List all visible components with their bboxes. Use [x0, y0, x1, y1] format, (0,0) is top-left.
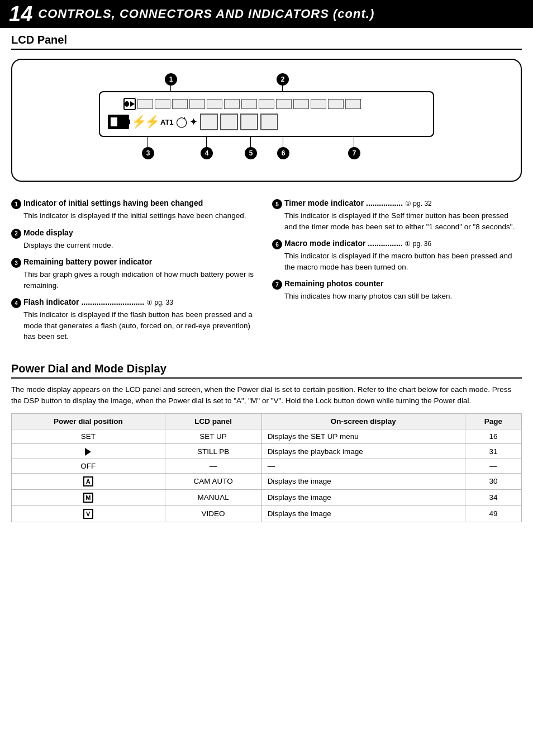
power-dial-section: Power Dial and Mode Display The mode dis… — [0, 362, 533, 522]
item-7: 7 Remaining photos counter This indicate… — [272, 279, 522, 302]
item-1: 1 Indicator of initial settings having b… — [11, 199, 261, 221]
item-2: 2 Mode display Displays the current mode… — [11, 228, 261, 251]
callout-7: 7 — [348, 147, 360, 159]
item-2-title: Mode display — [23, 228, 73, 237]
row2-screen: Displays the playback image — [261, 444, 465, 459]
table-row: V VIDEO Displays the image 49 — [12, 505, 522, 522]
table-row: OFF — — — — [12, 459, 522, 473]
table-row: A CAM AUTO Displays the image 30 — [12, 473, 522, 489]
item-3-num: 3 — [11, 258, 21, 268]
macro-icon: ✦ — [189, 117, 198, 127]
play-icon — [85, 448, 91, 456]
callout-5: 5 — [245, 147, 257, 159]
row1-lcd: SET UP — [165, 429, 261, 444]
item-4: 4 Flash indicator ......................… — [11, 297, 261, 342]
item-6: 6 Macro mode indicator ................ … — [272, 239, 522, 272]
item-5-title: Timer mode indicator ................. ①… — [284, 199, 432, 207]
col-header-dial: Power dial position — [12, 414, 165, 429]
callout-6: 6 — [277, 147, 289, 159]
power-table: Power dial position LCD panel On-screen … — [11, 413, 522, 522]
col-header-screen: On-screen display — [261, 414, 465, 429]
lcd-screen-box: ⚡⚡ AT1 ◯̇ ✦ — [99, 91, 434, 137]
col-header-page: Page — [465, 414, 521, 429]
col-header-lcd: LCD panel — [165, 414, 261, 429]
item-6-title: Macro mode indicator ................ ① … — [284, 239, 431, 248]
power-section-rule — [11, 377, 522, 379]
callout-3: 3 — [142, 147, 154, 159]
item-3-title: Remaining battery power indicator — [23, 257, 152, 266]
table-row: M MANUAL Displays the image 34 — [12, 489, 522, 505]
row1-page: 16 — [465, 429, 521, 444]
row1-dial: SET — [12, 429, 165, 444]
flash-icon: ⚡⚡ — [131, 116, 158, 128]
item-5: 5 Timer mode indicator .................… — [272, 199, 522, 232]
table-row: SET SET UP Displays the SET UP menu 16 — [12, 429, 522, 444]
row3-lcd: — — [165, 459, 261, 473]
page-number: 14 — [9, 3, 32, 25]
item-4-body: This indicator is displayed if the flash… — [23, 309, 261, 342]
at1-label: AT1 — [160, 119, 174, 126]
item-1-title: Indicator of initial settings having bee… — [23, 199, 203, 207]
row5-lcd: MANUAL — [165, 489, 261, 505]
timer-icon: ◯̇ — [176, 117, 187, 127]
power-description: The mode display appears on the LCD pane… — [11, 384, 522, 407]
item-1-body: This indicator is displayed if the initi… — [23, 210, 261, 221]
item-5-body: This indicator is displayed if the Self … — [284, 210, 522, 232]
item-2-num: 2 — [11, 229, 21, 239]
power-section-title: Power Dial and Mode Display — [11, 362, 522, 375]
row2-page: 31 — [465, 444, 521, 459]
item-1-num: 1 — [11, 199, 21, 209]
row1-screen: Displays the SET UP menu — [261, 429, 465, 444]
box-a-icon: A — [83, 476, 93, 486]
row2-lcd: STILL PB — [165, 444, 261, 459]
row6-screen: Displays the image — [261, 505, 465, 522]
item-3: 3 Remaining battery power indicator This… — [11, 257, 261, 291]
row5-screen: Displays the image — [261, 489, 465, 505]
page-header: 14 CONTROLS, CONNECTORS AND INDICATORS (… — [0, 0, 533, 28]
row6-lcd: VIDEO — [165, 505, 261, 522]
row5-page: 34 — [465, 489, 521, 505]
box-m-icon: M — [83, 493, 93, 503]
row3-page: — — [465, 459, 521, 473]
item-7-title: Remaining photos counter — [284, 279, 383, 288]
lcd-diagram: 1 2 — [11, 59, 522, 182]
right-col: 5 Timer mode indicator .................… — [272, 199, 522, 349]
item-7-num: 7 — [272, 280, 282, 290]
row6-page: 49 — [465, 505, 521, 522]
row4-screen: Displays the image — [261, 473, 465, 489]
lcd-section-rule — [11, 49, 522, 50]
lcd-section-title: LCD Panel — [0, 28, 533, 49]
callout-1: 1 — [165, 73, 177, 86]
row4-dial: A — [12, 473, 165, 489]
content-area: 1 Indicator of initial settings having b… — [0, 193, 533, 355]
item-6-body: This indicator is displayed if the macro… — [284, 251, 522, 272]
row3-screen: — — [261, 459, 465, 473]
item-3-body: This bar graph gives a rough indication … — [23, 269, 261, 291]
item-4-num: 4 — [11, 298, 21, 308]
box-v-icon: V — [83, 509, 93, 519]
row5-dial: M — [12, 489, 165, 505]
table-row: STILL PB Displays the playback image 31 — [12, 444, 522, 459]
row4-page: 30 — [465, 473, 521, 489]
item-4-title: Flash indicator ........................… — [23, 297, 173, 306]
item-5-num: 5 — [272, 199, 282, 209]
left-col: 1 Indicator of initial settings having b… — [11, 199, 261, 349]
callout-2: 2 — [277, 73, 289, 86]
row2-dial — [12, 444, 165, 459]
callout-4: 4 — [201, 147, 213, 159]
item-6-num: 6 — [272, 239, 282, 249]
page-title: CONTROLS, CONNECTORS AND INDICATORS (con… — [38, 7, 374, 21]
row3-dial: OFF — [12, 459, 165, 473]
item-2-body: Displays the current mode. — [23, 240, 261, 251]
item-7-body: This indicates how many photos can still… — [284, 291, 522, 302]
row4-lcd: CAM AUTO — [165, 473, 261, 489]
row6-dial: V — [12, 505, 165, 522]
